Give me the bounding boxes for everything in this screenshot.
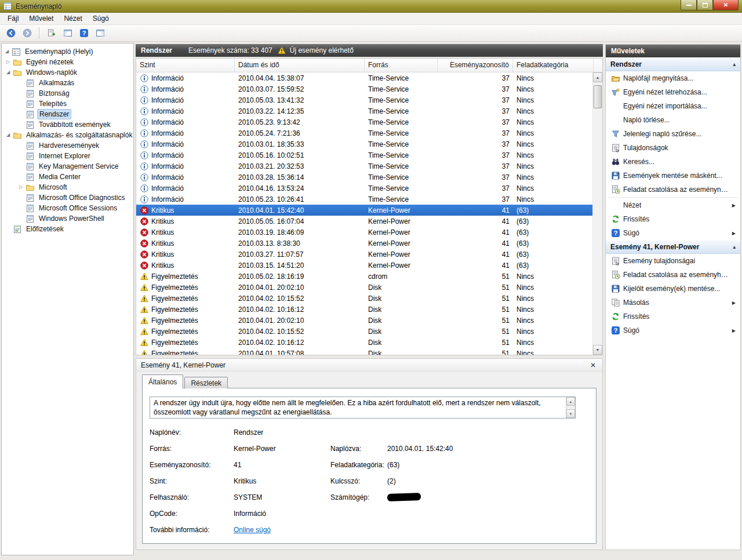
menu-fájl[interactable]: Fájl (2, 13, 24, 24)
maximize-button[interactable] (697, 0, 713, 10)
event-row[interactable]: Információ2010.03.28. 15:36:14Time-Servi… (136, 172, 592, 183)
tab-általános[interactable]: Általános (142, 374, 183, 388)
action-súgó[interactable]: ?Súgó▶ (606, 323, 740, 337)
action-másolás[interactable]: Másolás▶ (606, 296, 740, 310)
back-button[interactable] (3, 26, 18, 40)
preview-close-button[interactable]: ✕ (588, 361, 598, 369)
event-row[interactable]: Információ2010.03.01. 18:35:33Time-Servi… (136, 139, 592, 150)
tree-item-eseménynapló-helyi[interactable]: ◢Eseménynapló (Helyi) (2, 46, 133, 57)
event-row[interactable]: Figyelmeztetés2010.04.01. 20:02:10Disk51… (136, 315, 592, 326)
event-row[interactable]: Információ2010.03.21. 20:32:53Time-Servi… (136, 161, 592, 172)
tree-item-internet-explorer[interactable]: Internet Explorer (2, 151, 133, 161)
event-row[interactable]: Kritikus2010.03.15. 14:51:20Kernel-Power… (136, 260, 592, 271)
event-row[interactable]: Figyelmeztetés2010.04.02. 10:15:52Disk51… (136, 326, 592, 337)
tree-item-key-management-service[interactable]: Key Management Service (2, 161, 133, 172)
action-group-esemény-41-kernel-power[interactable]: Esemény 41, Kernel-Power▴ (606, 240, 740, 254)
tab-részletek[interactable]: Részletek (184, 377, 228, 388)
event-row[interactable]: Információ2010.05.23. 9:13:42Time-Servic… (136, 117, 592, 128)
show-console-tree-button[interactable] (60, 26, 75, 40)
tree-item-microsoft-office-sessions[interactable]: Microsoft Office Sessions (2, 203, 133, 213)
event-row[interactable]: Figyelmeztetés2010.04.02. 10:15:52Disk51… (136, 293, 592, 304)
forward-button[interactable] (20, 26, 34, 40)
column-header-eseményazonosító[interactable]: Eseményazonosító (438, 59, 513, 72)
column-header-szint[interactable]: Szint (136, 59, 235, 72)
action-feladat-csatolása-az-eseményhe[interactable]: Feladat csatolása az eseményhe... (606, 268, 740, 282)
scroll-down-button[interactable]: ▼ (593, 345, 602, 355)
event-row[interactable]: Információ2010.05.24. 7:21:36Time-Servic… (136, 128, 592, 139)
show-action-pane-button[interactable] (93, 26, 107, 40)
action-kijelölt-esemény-ek-mentése[interactable]: Kijelölt esemény(ek) mentése... (606, 282, 740, 296)
event-row[interactable]: Információ2010.05.16. 10:02:51Time-Servi… (136, 150, 592, 161)
tree-item-alkalmazás[interactable]: Alkalmazás (2, 78, 133, 88)
online-help-link[interactable]: Online súgó (234, 526, 271, 534)
log-icon (25, 152, 35, 161)
event-row[interactable]: Figyelmeztetés2010.05.02. 18:16:19cdrom5… (136, 271, 592, 282)
event-row[interactable]: Kritikus2010.04.01. 15:42:40Kernel-Power… (136, 205, 592, 216)
action-group-rendszer[interactable]: Rendszer▴ (606, 57, 740, 71)
action-tulajdonságok[interactable]: Tulajdonságok (606, 141, 740, 155)
tree-item-biztonság[interactable]: Biztonság (2, 88, 133, 99)
event-row[interactable]: Információ2010.04.04. 15:38:07Time-Servi… (136, 72, 592, 83)
tree-item-hardveresemények[interactable]: Hardveresemények (2, 140, 133, 151)
action-súgó[interactable]: ?Súgó▶ (606, 226, 740, 240)
action-naplófájl-megnyitása[interactable]: Naplófájl megnyitása... (606, 71, 740, 85)
tree-item-előfizetések[interactable]: Előfizetések (2, 224, 133, 234)
tree-item-alkalmazás-és-szolgáltatásnaplók[interactable]: ◢Alkalmazás- és szolgáltatásnaplók (2, 130, 133, 140)
close-button[interactable]: ✕ (713, 0, 739, 10)
action-frissítés[interactable]: Frissítés (606, 212, 740, 226)
description-scroll-up-button[interactable]: ▲ (566, 397, 575, 406)
event-row[interactable]: Kritikus2010.03.27. 11:07:57Kernel-Power… (136, 249, 592, 260)
action-nézet[interactable]: Nézet▶ (606, 198, 740, 212)
tree-item-egyéni-nézetek[interactable]: ▷Egyéni nézetek (2, 57, 133, 67)
column-header-forrás[interactable]: Forrás (365, 59, 438, 72)
action-események-mentése-másként[interactable]: Események mentése másként... (606, 169, 740, 183)
event-row[interactable]: Információ2010.05.23. 10:26:41Time-Servi… (136, 194, 592, 205)
scroll-thumb[interactable] (594, 85, 602, 108)
help-button[interactable]: ? (77, 26, 91, 40)
action-esemény-tulajdonságai[interactable]: Esemény tulajdonságai (606, 254, 740, 268)
tree-item-telepítés[interactable]: Telepítés (2, 99, 133, 109)
action-egyéni-nézet-létrehozása[interactable]: Egyéni nézet létrehozása... (606, 85, 740, 99)
title-bar[interactable]: Eseménynapló ✕ (0, 0, 742, 13)
column-header-dátum-és-idő[interactable]: Dátum és idő (235, 59, 365, 72)
minimize-button[interactable] (681, 0, 697, 10)
tree-item-továbbított-események[interactable]: Továbbított események (2, 119, 133, 130)
event-row[interactable]: Figyelmeztetés2010.04.01. 10:57:08Disk51… (136, 348, 592, 355)
scroll-up-button[interactable]: ▲ (593, 72, 602, 82)
tree-item-rendszer[interactable]: Rendszer (2, 109, 133, 119)
event-row[interactable]: Figyelmeztetés2010.04.01. 20:02:10Disk51… (136, 282, 592, 293)
menu-nézet[interactable]: Nézet (59, 13, 87, 24)
event-row[interactable]: Figyelmeztetés2010.04.02. 10:16:12Disk51… (136, 337, 592, 348)
event-row[interactable]: Információ2010.05.03. 13:41:32Time-Servi… (136, 94, 592, 106)
action-keresés[interactable]: Keresés... (606, 155, 740, 169)
action-feladat-csatolása-az-eseménynap[interactable]: Feladat csatolása az eseménynap... (606, 183, 740, 197)
action-napló-törlése[interactable]: Napló törlése... (606, 113, 740, 127)
tree-item-windows-powershell[interactable]: Windows PowerShell (2, 213, 133, 224)
description-scroll-down-button[interactable]: ▼ (566, 409, 575, 418)
event-row[interactable]: Információ2010.03.07. 15:59:52Time-Servi… (136, 83, 592, 94)
tree-item-microsoft[interactable]: ▷Microsoft (2, 182, 133, 192)
action-egyéni-nézet-importálása[interactable]: Egyéni nézet importálása... (606, 99, 740, 113)
vertical-scrollbar[interactable]: ▲ ▼ (592, 72, 602, 355)
event-row[interactable]: Kritikus2010.05.05. 16:07:04Kernel-Power… (136, 216, 592, 227)
column-header-feladatkategória[interactable]: Feladatkategória (513, 59, 594, 72)
tree-item-windows-naplók[interactable]: ◢Windows-naplók (2, 67, 133, 78)
collapsed-arrow-icon[interactable]: ▷ (4, 57, 12, 67)
event-row[interactable]: Kritikus2010.03.19. 18:46:09Kernel-Power… (136, 227, 592, 238)
action-frissítés[interactable]: Frissítés (606, 310, 740, 323)
collapsed-arrow-icon[interactable]: ▷ (17, 182, 25, 192)
export-list-button[interactable] (44, 26, 59, 40)
event-row[interactable]: Kritikus2010.03.13. 8:38:30Kernel-Power4… (136, 238, 592, 249)
expanded-arrow-icon[interactable]: ◢ (3, 46, 11, 57)
menu-súgó[interactable]: Súgó (88, 13, 114, 24)
expanded-arrow-icon[interactable]: ◢ (4, 130, 12, 140)
menu-művelet[interactable]: Művelet (24, 13, 59, 24)
action-jelenlegi-napló-szűrése[interactable]: Jelenlegi napló szűrése... (606, 127, 740, 141)
event-row[interactable]: Figyelmeztetés2010.04.02. 10:16:12Disk51… (136, 304, 592, 315)
event-row[interactable]: Információ2010.03.22. 14:12:35Time-Servi… (136, 106, 592, 117)
event-row[interactable]: Információ2010.04.16. 13:53:24Time-Servi… (136, 183, 592, 194)
tree-item-media-center[interactable]: Media Center (2, 172, 133, 182)
expanded-arrow-icon[interactable]: ◢ (4, 67, 12, 78)
tree-item-microsoft-office-diagnostics[interactable]: Microsoft Office Diagnostics (2, 192, 133, 203)
description-scrollbar[interactable]: ▲ ▼ (566, 397, 575, 418)
